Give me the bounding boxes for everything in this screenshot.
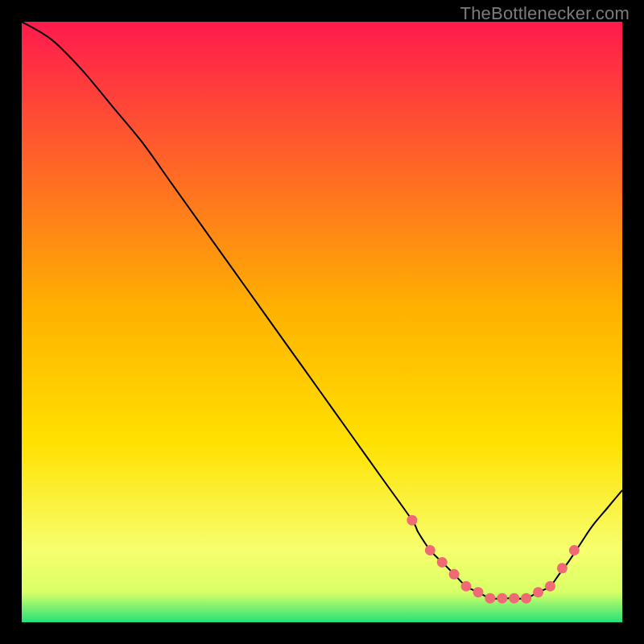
marker-point: [509, 593, 519, 604]
marker-point: [461, 581, 472, 592]
chart-frame: TheBottlenecker.com: [0, 0, 644, 644]
marker-point: [407, 515, 417, 526]
marker-point: [485, 593, 495, 604]
marker-point: [497, 593, 507, 604]
marker-point: [425, 545, 436, 555]
marker-point: [521, 593, 531, 604]
marker-point: [533, 587, 543, 597]
marker-point: [569, 545, 580, 555]
marker-point: [473, 587, 483, 597]
gradient-background: [22, 22, 622, 622]
marker-point: [545, 581, 555, 592]
marker-point: [449, 569, 460, 580]
marker-point: [437, 557, 448, 568]
plot-area: [22, 22, 622, 622]
chart-svg: [22, 22, 622, 622]
marker-point: [557, 563, 568, 573]
